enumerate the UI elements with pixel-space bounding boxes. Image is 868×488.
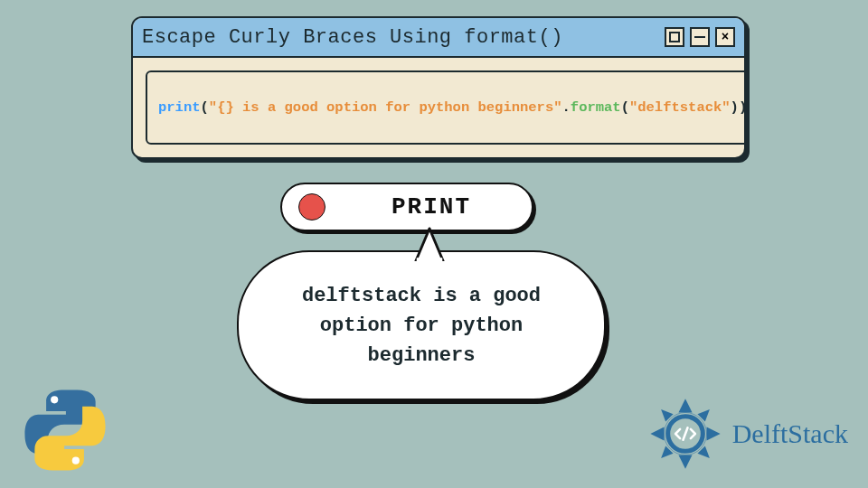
tok-str-quote: " xyxy=(553,99,561,116)
tok-paren-close2: ) xyxy=(731,99,739,116)
tok-arg-quote: " xyxy=(629,99,637,116)
code-line: print("{} is a good option for python be… xyxy=(158,99,746,116)
code-window: Escape Curly Braces Using format() × pri… xyxy=(131,16,746,159)
print-button[interactable]: PRINT xyxy=(280,183,533,231)
svg-point-1 xyxy=(51,396,58,403)
tok-paren-open: ( xyxy=(201,99,209,116)
maximize-icon[interactable] xyxy=(665,27,684,47)
close-icon[interactable]: × xyxy=(715,27,735,47)
tok-arg-quote: " xyxy=(722,99,730,116)
tok-dot: . xyxy=(562,99,571,116)
window-body: print("{} is a good option for python be… xyxy=(133,58,744,157)
delftstack-wordmark: DelftStack xyxy=(732,418,848,449)
tok-paren-close: ) xyxy=(739,99,746,116)
tok-method: format xyxy=(571,99,621,116)
tok-func: print xyxy=(158,99,201,116)
output-bubble: delftstack is a good option for python b… xyxy=(237,250,606,400)
output-text: delftstack is a good option for python b… xyxy=(237,250,606,400)
code-box: print("{} is a good option for python be… xyxy=(146,70,746,145)
tok-arg-body: delftstack xyxy=(637,99,722,116)
delftstack-mark-icon xyxy=(647,396,723,472)
svg-line-5 xyxy=(683,427,687,439)
tok-str-body: {} is a good option for python beginners xyxy=(217,99,553,116)
titlebar: Escape Curly Braces Using format() × xyxy=(133,18,744,58)
record-icon xyxy=(298,193,326,221)
svg-point-2 xyxy=(72,457,80,465)
python-logo-icon xyxy=(20,385,110,475)
tok-paren-open2: ( xyxy=(621,99,629,116)
tok-str-quote: " xyxy=(209,99,217,116)
delftstack-logo: DelftStack xyxy=(647,396,848,472)
window-controls: × xyxy=(665,27,735,47)
minimize-icon[interactable] xyxy=(690,27,710,47)
print-label: PRINT xyxy=(347,193,515,221)
window-title: Escape Curly Braces Using format() xyxy=(142,26,665,49)
